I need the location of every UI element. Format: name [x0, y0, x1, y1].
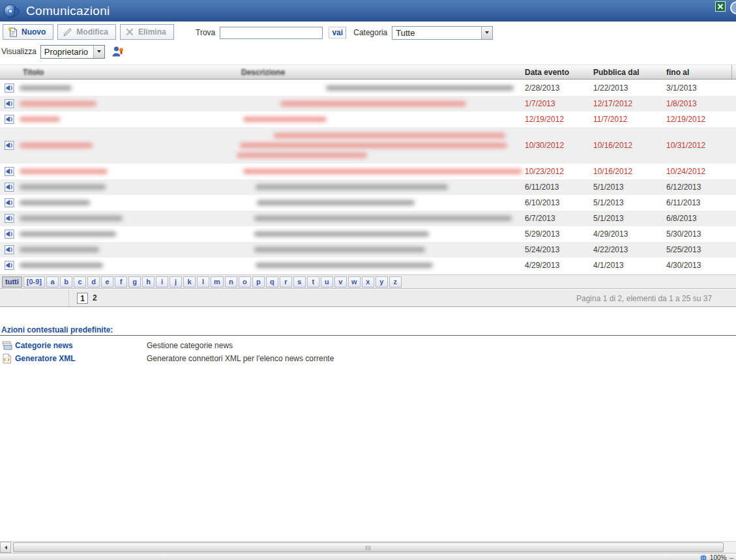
- alphabet-filter-l[interactable]: l: [197, 276, 209, 287]
- table-row[interactable]: 6/7/20135/1/20136/8/2013: [0, 211, 736, 226]
- scroll-left-arrow[interactable]: [0, 542, 11, 553]
- redacted-description: [243, 169, 522, 174]
- toolbar: Nuovo Modifica Elimina Trova vai Categor…: [0, 22, 736, 64]
- news-item-icon: [5, 244, 15, 255]
- zoom-indicator[interactable]: 100% –: [700, 554, 733, 560]
- categoria-label: Categoria: [353, 28, 387, 37]
- table-row[interactable]: 5/29/20134/29/20135/30/2013: [0, 226, 736, 242]
- alphabet-filter-k[interactable]: k: [183, 276, 196, 287]
- nuovo-button[interactable]: Nuovo: [3, 24, 53, 40]
- visualizza-select[interactable]: Proprietario: [40, 45, 105, 59]
- pagination-info: Pagina 1 di 2, elementi da 1 a 25 su 37: [576, 294, 712, 303]
- alphabet-filter-p[interactable]: p: [252, 276, 265, 287]
- column-header-descrizione[interactable]: Descrizione: [241, 68, 285, 77]
- alphabet-filter-h[interactable]: h: [142, 276, 155, 287]
- page-button-2[interactable]: 2: [93, 293, 97, 302]
- cell-pubblica-dal: 4/1/2013: [593, 258, 624, 273]
- visualizza-label: Visualizza: [1, 47, 37, 56]
- alphabet-filter-y[interactable]: y: [375, 276, 388, 287]
- horizontal-scrollbar[interactable]: [0, 541, 736, 553]
- news-item-icon: [5, 166, 15, 177]
- cell-fino-al: 6/12/2013: [666, 179, 701, 195]
- alphabet-filter-f[interactable]: f: [115, 276, 127, 287]
- alphabet-filter-b[interactable]: b: [60, 276, 72, 287]
- alphabet-filter-d[interactable]: d: [87, 276, 100, 287]
- alphabet-filter-v[interactable]: v: [334, 276, 347, 287]
- categorie-news-link[interactable]: Categorie news: [15, 341, 73, 350]
- column-header-pubblica-dal[interactable]: Pubblica dal: [593, 68, 640, 77]
- table-row[interactable]: 4/29/20134/1/20134/30/2013: [0, 258, 736, 273]
- alphabet-filter-u[interactable]: u: [321, 276, 333, 287]
- categoria-selected-value: Tutte: [392, 28, 481, 38]
- categoria-select[interactable]: Tutte: [392, 26, 493, 40]
- page-button-current[interactable]: 1: [77, 293, 88, 304]
- excel-export-icon[interactable]: [715, 1, 726, 12]
- action-item-generatore-xml: Generatore XML Generatore connettori XML…: [0, 353, 736, 366]
- table-row[interactable]: 10/23/201210/16/201210/24/2012: [0, 164, 736, 179]
- column-header-fino-al[interactable]: fino al: [666, 68, 689, 77]
- redacted-title: [20, 169, 108, 174]
- help-circle-icon[interactable]: [730, 1, 736, 14]
- contextual-actions-heading: Azioni contestuali predefinite:: [1, 325, 113, 334]
- alphabet-filter-z[interactable]: z: [389, 276, 402, 287]
- table-row[interactable]: 10/30/201210/16/201210/31/2012: [0, 127, 736, 164]
- alphabet-filter-digits[interactable]: [0-9]: [23, 276, 45, 287]
- alphabet-filter-o[interactable]: o: [239, 276, 251, 287]
- redacted-title: [20, 231, 116, 237]
- elimina-button[interactable]: Elimina: [120, 24, 174, 40]
- cell-data-evento: 6/10/2013: [525, 195, 559, 211]
- generatore-xml-link[interactable]: Generatore XML: [15, 354, 76, 363]
- alphabet-filter-i[interactable]: i: [156, 276, 168, 287]
- chevron-down-icon[interactable]: [481, 27, 492, 39]
- alphabet-filter-e[interactable]: e: [101, 276, 113, 287]
- alphabet-filter-m[interactable]: m: [211, 276, 224, 287]
- table-row[interactable]: 1/7/201312/17/20121/8/2013: [0, 96, 736, 111]
- cell-data-evento: 10/30/2012: [525, 127, 564, 164]
- cell-data-evento: 5/24/2013: [525, 242, 559, 258]
- user-ribbon-icon[interactable]: [111, 46, 125, 58]
- column-header-data-evento[interactable]: Data evento: [525, 68, 569, 77]
- zoom-level: 100%: [710, 554, 727, 560]
- scrollbar-thumb[interactable]: [13, 542, 724, 552]
- alphabet-filter-g[interactable]: g: [128, 276, 141, 287]
- alphabet-filter-t[interactable]: t: [307, 276, 319, 287]
- redacted-title: [20, 85, 72, 91]
- chevron-down-icon[interactable]: [93, 46, 104, 58]
- redacted-title: [20, 143, 93, 148]
- news-item-icon: [5, 114, 15, 125]
- table-row[interactable]: 5/24/20134/22/20135/25/2013: [0, 242, 736, 258]
- pagination-bar: 1 2 Pagina 1 di 2, elementi da 1 a 25 su…: [0, 289, 736, 307]
- alphabet-filter-w[interactable]: w: [348, 276, 361, 287]
- redacted-description: [254, 216, 512, 221]
- modifica-button-label: Modifica: [76, 27, 108, 37]
- table-row[interactable]: 6/11/20135/1/20136/12/2013: [0, 179, 736, 195]
- alphabet-filter-a[interactable]: a: [46, 276, 59, 287]
- redacted-description: [274, 133, 505, 138]
- page-title: Comunicazioni: [26, 4, 110, 18]
- modifica-button[interactable]: Modifica: [57, 24, 116, 40]
- vai-button[interactable]: vai: [329, 27, 346, 38]
- alphabet-filter-bar: tutti[0-9]abcdefghijklmnopqrstuvwxyz: [0, 274, 736, 289]
- alphabet-filter-j[interactable]: j: [169, 276, 182, 287]
- nuovo-button-label: Nuovo: [22, 27, 46, 37]
- cell-fino-al: 1/8/2013: [666, 96, 697, 111]
- cell-pubblica-dal: 5/1/2013: [593, 179, 624, 195]
- alphabet-filter-c[interactable]: c: [74, 276, 86, 287]
- column-header-titolo[interactable]: Titolo: [23, 68, 44, 77]
- new-document-icon: [8, 27, 18, 37]
- table-row[interactable]: 12/19/201211/7/201212/19/2012: [0, 111, 736, 127]
- alphabet-filter-r[interactable]: r: [280, 276, 292, 287]
- categories-icon: [2, 340, 12, 351]
- alphabet-filter-n[interactable]: n: [225, 276, 237, 287]
- search-group: Trova vai Categoria Tutte: [196, 25, 493, 40]
- cell-fino-al: 10/31/2012: [666, 127, 705, 164]
- search-input[interactable]: [220, 27, 323, 39]
- alphabet-filter-x[interactable]: x: [362, 276, 374, 287]
- alphabet-filter-q[interactable]: q: [266, 276, 278, 287]
- zoom-decrease[interactable]: –: [729, 554, 733, 560]
- redacted-description: [256, 184, 448, 190]
- table-row[interactable]: 6/10/20135/1/20136/11/2013: [0, 195, 736, 211]
- alphabet-filter-tutti[interactable]: tutti: [2, 276, 22, 287]
- alphabet-filter-s[interactable]: s: [293, 276, 306, 287]
- table-row[interactable]: 2/28/20131/22/20133/1/2013: [0, 80, 736, 96]
